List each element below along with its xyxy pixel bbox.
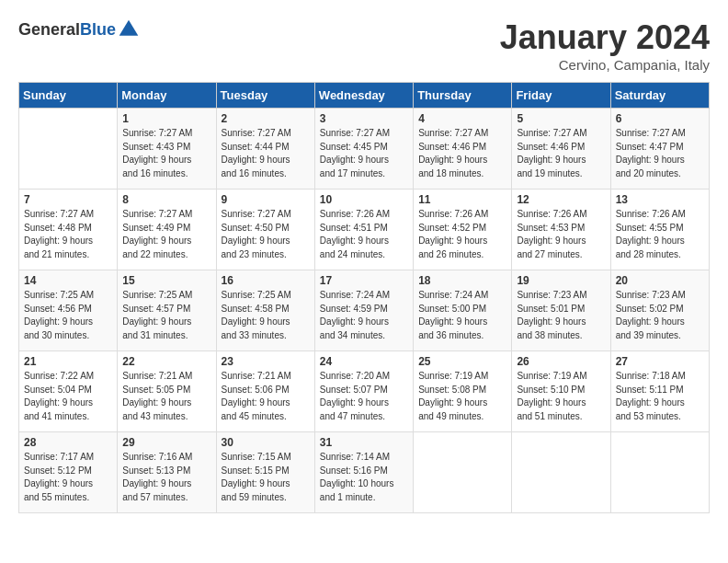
day-info: Sunrise: 7:27 AMSunset: 4:50 PMDaylight:…: [222, 208, 310, 261]
week-row-4: 21Sunrise: 7:22 AMSunset: 5:04 PMDayligh…: [19, 351, 710, 432]
day-info: Sunrise: 7:15 AMSunset: 5:15 PMDaylight:…: [222, 451, 310, 504]
logo: GeneralBlue: [18, 18, 140, 40]
day-number: 26: [517, 355, 605, 368]
day-number: 31: [320, 436, 408, 449]
day-info: Sunrise: 7:19 AMSunset: 5:08 PMDaylight:…: [418, 370, 506, 423]
day-cell: [19, 109, 118, 190]
day-cell: 1Sunrise: 7:27 AMSunset: 4:43 PMDaylight…: [118, 109, 216, 190]
day-info: Sunrise: 7:27 AMSunset: 4:47 PMDaylight:…: [616, 127, 704, 180]
day-cell: [512, 432, 610, 513]
day-cell: 25Sunrise: 7:19 AMSunset: 5:08 PMDayligh…: [414, 351, 512, 432]
svg-marker-0: [119, 20, 139, 36]
day-info: Sunrise: 7:27 AMSunset: 4:48 PMDaylight:…: [24, 208, 112, 261]
day-cell: 14Sunrise: 7:25 AMSunset: 4:56 PMDayligh…: [19, 270, 118, 351]
day-info: Sunrise: 7:25 AMSunset: 4:57 PMDaylight:…: [122, 289, 210, 342]
calendar-table: SundayMondayTuesdayWednesdayThursdayFrid…: [18, 82, 710, 513]
day-info: Sunrise: 7:24 AMSunset: 5:00 PMDaylight:…: [418, 289, 506, 342]
day-number: 15: [122, 274, 210, 287]
day-cell: 18Sunrise: 7:24 AMSunset: 5:00 PMDayligh…: [414, 270, 512, 351]
day-info: Sunrise: 7:26 AMSunset: 4:53 PMDaylight:…: [517, 208, 605, 261]
day-number: 1: [122, 112, 210, 125]
day-number: 17: [320, 274, 408, 287]
day-cell: 22Sunrise: 7:21 AMSunset: 5:05 PMDayligh…: [118, 351, 216, 432]
logo-general: GeneralBlue: [18, 21, 116, 38]
day-number: 24: [320, 355, 408, 368]
day-number: 7: [24, 193, 112, 206]
day-cell: 21Sunrise: 7:22 AMSunset: 5:04 PMDayligh…: [19, 351, 118, 432]
header-row: SundayMondayTuesdayWednesdayThursdayFrid…: [19, 83, 710, 109]
page-header: GeneralBlue January 2024 Cervino, Campan…: [18, 18, 710, 73]
header-cell-friday: Friday: [512, 83, 610, 109]
day-info: Sunrise: 7:26 AMSunset: 4:51 PMDaylight:…: [320, 208, 408, 261]
day-cell: 3Sunrise: 7:27 AMSunset: 4:45 PMDaylight…: [314, 109, 413, 190]
day-number: 18: [418, 274, 506, 287]
day-cell: 26Sunrise: 7:19 AMSunset: 5:10 PMDayligh…: [512, 351, 610, 432]
day-number: 21: [24, 355, 112, 368]
day-number: 11: [418, 193, 506, 206]
day-number: 29: [122, 436, 210, 449]
day-cell: [610, 432, 709, 513]
month-title: January 2024: [500, 18, 710, 57]
header-cell-monday: Monday: [118, 83, 216, 109]
week-row-2: 7Sunrise: 7:27 AMSunset: 4:48 PMDaylight…: [19, 190, 710, 270]
day-cell: 16Sunrise: 7:25 AMSunset: 4:58 PMDayligh…: [216, 270, 314, 351]
title-section: January 2024 Cervino, Campania, Italy: [500, 18, 710, 73]
day-info: Sunrise: 7:27 AMSunset: 4:45 PMDaylight:…: [320, 127, 408, 180]
day-number: 22: [122, 355, 210, 368]
day-info: Sunrise: 7:25 AMSunset: 4:56 PMDaylight:…: [24, 289, 112, 342]
day-number: 5: [517, 112, 605, 125]
day-cell: 10Sunrise: 7:26 AMSunset: 4:51 PMDayligh…: [314, 190, 413, 270]
day-number: 19: [517, 274, 605, 287]
header-cell-tuesday: Tuesday: [216, 83, 314, 109]
day-cell: 29Sunrise: 7:16 AMSunset: 5:13 PMDayligh…: [118, 432, 216, 513]
day-number: 28: [24, 436, 112, 449]
day-cell: 11Sunrise: 7:26 AMSunset: 4:52 PMDayligh…: [414, 190, 512, 270]
day-cell: 24Sunrise: 7:20 AMSunset: 5:07 PMDayligh…: [314, 351, 413, 432]
day-info: Sunrise: 7:26 AMSunset: 4:55 PMDaylight:…: [616, 208, 704, 261]
calendar-body: 1Sunrise: 7:27 AMSunset: 4:43 PMDaylight…: [19, 109, 710, 513]
day-number: 14: [24, 274, 112, 287]
day-info: Sunrise: 7:27 AMSunset: 4:46 PMDaylight:…: [517, 127, 605, 180]
day-info: Sunrise: 7:24 AMSunset: 4:59 PMDaylight:…: [320, 289, 408, 342]
day-info: Sunrise: 7:23 AMSunset: 5:02 PMDaylight:…: [616, 289, 704, 342]
day-number: 2: [222, 112, 310, 125]
header-cell-thursday: Thursday: [414, 83, 512, 109]
day-info: Sunrise: 7:23 AMSunset: 5:01 PMDaylight:…: [517, 289, 605, 342]
location: Cervino, Campania, Italy: [500, 57, 710, 73]
day-cell: 5Sunrise: 7:27 AMSunset: 4:46 PMDaylight…: [512, 109, 610, 190]
day-cell: 8Sunrise: 7:27 AMSunset: 4:49 PMDaylight…: [118, 190, 216, 270]
day-info: Sunrise: 7:14 AMSunset: 5:16 PMDaylight:…: [320, 451, 408, 504]
day-number: 25: [418, 355, 506, 368]
day-number: 9: [222, 193, 310, 206]
day-cell: 7Sunrise: 7:27 AMSunset: 4:48 PMDaylight…: [19, 190, 118, 270]
day-number: 4: [418, 112, 506, 125]
day-info: Sunrise: 7:21 AMSunset: 5:06 PMDaylight:…: [222, 370, 310, 423]
day-number: 16: [222, 274, 310, 287]
day-cell: 30Sunrise: 7:15 AMSunset: 5:15 PMDayligh…: [216, 432, 314, 513]
day-info: Sunrise: 7:27 AMSunset: 4:46 PMDaylight:…: [418, 127, 506, 180]
day-cell: 17Sunrise: 7:24 AMSunset: 4:59 PMDayligh…: [314, 270, 413, 351]
day-cell: 20Sunrise: 7:23 AMSunset: 5:02 PMDayligh…: [610, 270, 709, 351]
day-info: Sunrise: 7:17 AMSunset: 5:12 PMDaylight:…: [24, 451, 112, 504]
day-cell: 13Sunrise: 7:26 AMSunset: 4:55 PMDayligh…: [610, 190, 709, 270]
day-info: Sunrise: 7:27 AMSunset: 4:43 PMDaylight:…: [122, 127, 210, 180]
day-number: 8: [122, 193, 210, 206]
day-number: 27: [616, 355, 704, 368]
day-number: 6: [616, 112, 704, 125]
header-cell-saturday: Saturday: [610, 83, 709, 109]
day-cell: 27Sunrise: 7:18 AMSunset: 5:11 PMDayligh…: [610, 351, 709, 432]
day-info: Sunrise: 7:27 AMSunset: 4:44 PMDaylight:…: [222, 127, 310, 180]
day-cell: 19Sunrise: 7:23 AMSunset: 5:01 PMDayligh…: [512, 270, 610, 351]
day-number: 10: [320, 193, 408, 206]
day-info: Sunrise: 7:25 AMSunset: 4:58 PMDaylight:…: [222, 289, 310, 342]
day-number: 12: [517, 193, 605, 206]
day-info: Sunrise: 7:16 AMSunset: 5:13 PMDaylight:…: [122, 451, 210, 504]
day-cell: [414, 432, 512, 513]
day-cell: 23Sunrise: 7:21 AMSunset: 5:06 PMDayligh…: [216, 351, 314, 432]
week-row-5: 28Sunrise: 7:17 AMSunset: 5:12 PMDayligh…: [19, 432, 710, 513]
calendar-header: SundayMondayTuesdayWednesdayThursdayFrid…: [19, 83, 710, 109]
day-info: Sunrise: 7:18 AMSunset: 5:11 PMDaylight:…: [616, 370, 704, 423]
header-cell-wednesday: Wednesday: [314, 83, 413, 109]
day-cell: 12Sunrise: 7:26 AMSunset: 4:53 PMDayligh…: [512, 190, 610, 270]
day-cell: 4Sunrise: 7:27 AMSunset: 4:46 PMDaylight…: [414, 109, 512, 190]
